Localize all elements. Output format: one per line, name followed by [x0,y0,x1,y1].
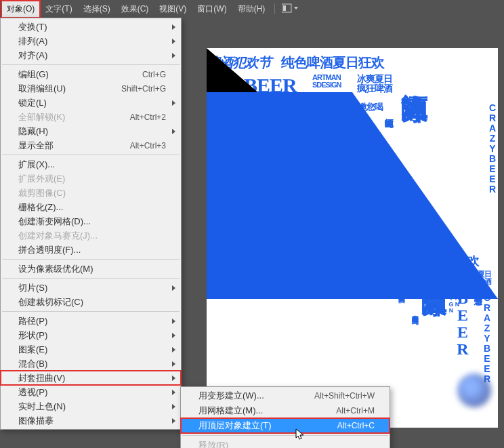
menu-arrange[interactable]: 排列(A) [1,34,181,48]
menu-crop-image: 裁剪图像(C) [1,186,181,200]
sep [2,64,180,65]
menu-view[interactable]: 视图(V) [154,1,192,18]
menu-gradient-mesh[interactable]: 创建渐变网格(D)... [1,214,181,228]
menu-pixel-perfect[interactable]: 设为像素级优化(M) [1,262,181,276]
menu-lock[interactable]: 锁定(L) [1,96,181,110]
menu-envelope-distort[interactable]: 封套扭曲(V) [1,371,181,385]
menu-shape[interactable]: 形状(P) [1,328,181,342]
sep [2,259,180,260]
menu-ungroup[interactable]: 取消编组(U)Shift+Ctrl+G [1,81,181,96]
menu-flatten-transparency[interactable]: 拼合透明度(F)... [1,243,181,257]
sep [2,278,180,279]
menu-type[interactable]: 文字(T) [40,1,77,18]
menu-effect[interactable]: 效果(C) [116,1,154,18]
svg-rect-1 [283,5,286,11]
menubar-separator [274,3,275,14]
menu-hide[interactable]: 隐藏(H) [1,124,181,138]
text-crazybeer-v: CRAZYBEER [487,102,498,194]
sep [2,155,180,155]
menu-group[interactable]: 编组(G)Ctrl+G [1,67,181,81]
menu-object[interactable]: 对象(O) [1,1,40,18]
text-crazybeer-v2: CRAZYBEER [482,292,492,384]
menu-unlock-all: 全部解锁(K)Alt+Ctrl+2 [1,110,181,124]
menu-trim-marks[interactable]: 创建裁切标记(C) [1,295,181,309]
menu-slice[interactable]: 切片(S) [1,281,181,295]
artboard[interactable]: 啤酒犯欢节 纯色啤酒夏日狂欢 BEER ARTMANSDESIGN 冰爽夏日疯狂… [207,48,498,428]
menu-mosaic: 创建对象马赛克(J)... [1,228,181,243]
text-ice: 冰爽夏日疯狂啤酒 [357,74,392,93]
menu-path[interactable]: 路径(P) [1,314,181,328]
menu-live-paint[interactable]: 实时上色(N) [1,399,181,413]
layout-icon [282,3,298,13]
cursor-icon [295,428,305,441]
text-artman: ARTMANSDESIGN [312,74,341,89]
menubar: 对象(O) 文字(T) 选择(S) 效果(C) 视图(V) 窗口(W) 帮助(H… [0,0,504,18]
submenu-make-top-object[interactable]: 用顶层对象建立(T)Alt+Ctrl+C [181,418,390,433]
sep [2,311,180,312]
layout-dropdown[interactable] [279,2,301,16]
menu-perspective[interactable]: 透视(P) [1,385,181,399]
menu-window[interactable]: 窗口(W) [192,1,232,18]
menu-show-all[interactable]: 显示全部Alt+Ctrl+3 [1,138,181,152]
submenu-release: 释放(R) [181,438,390,448]
envelope-submenu: 用变形建立(W)...Alt+Shift+Ctrl+W 用网格建立(M)...A… [180,386,390,448]
menu-align[interactable]: 对齐(A) [1,48,181,62]
text-subtitle: 纯色啤酒夏日狂欢 [281,54,384,72]
menu-rasterize[interactable]: 栅格化(Z)... [1,200,181,214]
menu-image-trace[interactable]: 图像描摹 [1,413,181,428]
sep [182,435,388,436]
menu-select[interactable]: 选择(S) [78,1,116,18]
submenu-make-warp[interactable]: 用变形建立(W)...Alt+Shift+Ctrl+W [181,388,390,403]
menu-expand-appearance: 扩展外观(E) [1,171,181,186]
menu-expand[interactable]: 扩展(X)... [1,157,181,171]
menu-transform[interactable]: 变换(T) [1,20,181,34]
menu-pattern[interactable]: 图案(E) [1,342,181,357]
blue-swoosh [207,92,498,299]
menu-blend[interactable]: 混合(B) [1,357,181,371]
submenu-make-mesh[interactable]: 用网格建立(M)...Alt+Ctrl+M [181,403,390,418]
object-menu: 变换(T) 排列(A) 对齐(A) 编组(G)Ctrl+G 取消编组(U)Shi… [0,18,182,430]
menu-help[interactable]: 帮助(H) [232,1,271,18]
gradient-orb [457,373,491,407]
